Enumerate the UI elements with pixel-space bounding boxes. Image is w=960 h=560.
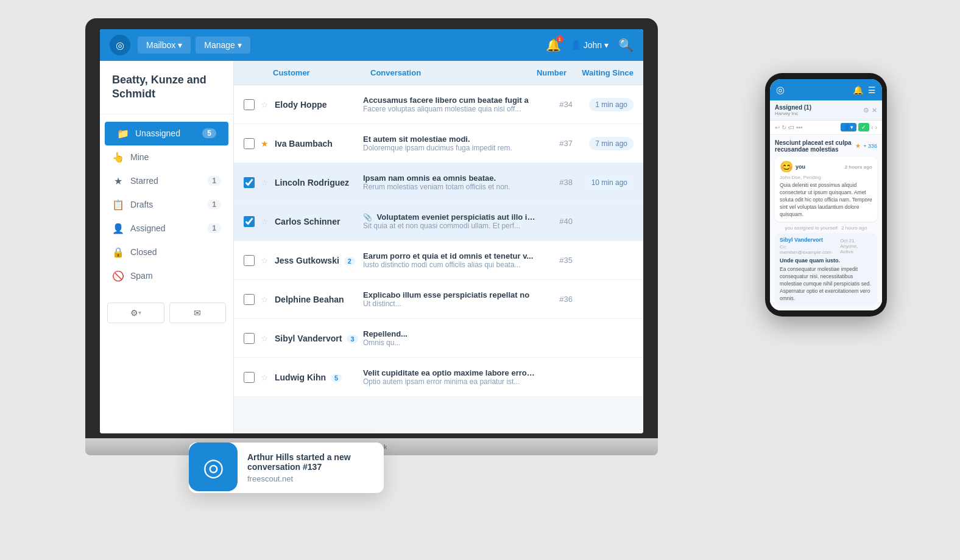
smiley-icon: 😊 (780, 160, 793, 173)
row-checkbox-8[interactable] (244, 372, 255, 383)
customer-name-5: Jess Gutkowski 2 (275, 256, 363, 265)
star-toggle-6[interactable]: ☆ (261, 295, 269, 304)
notif-logo: ◎ (189, 443, 238, 491)
phone-customer-header: Sibyl Vandervort Cc: member@example.com … (780, 237, 872, 255)
notif-logo-icon: ◎ (203, 453, 224, 481)
phone-customer-greeting: Unde quae quam iusto. (780, 257, 872, 264)
sidebar-item-spam[interactable]: 🚫 Spam (100, 264, 233, 288)
conv-wait-1: 1 min ago (573, 98, 634, 111)
phone-customer-name: Sibyl Vandervort (780, 237, 840, 243)
spam-icon: 🚫 (112, 270, 124, 282)
mine-icon: 👆 (112, 152, 124, 163)
phone-agent-message: 😊 you 2 hours ago John Doe, Pending Quia… (775, 156, 877, 222)
notification-bell[interactable]: 🔔 1 (546, 38, 561, 52)
mailbox-menu-button[interactable]: Mailbox ▾ (138, 37, 191, 54)
folder-icon: 📁 (117, 128, 129, 139)
column-header-number: Number (524, 68, 566, 77)
phone-customer-date: Oct 21 (840, 238, 872, 243)
customer-name-7: Sibyl Vandervort 3 (275, 334, 363, 343)
sidebar-item-drafts[interactable]: 📋 Drafts 1 (100, 193, 233, 217)
sidebar-footer: ⚙ ▾ ✉ (100, 293, 233, 323)
table-row[interactable]: ☆ Ludwig Kihn 5 Velit cupiditate ea opti… (234, 358, 643, 397)
sidebar-item-assigned[interactable]: 👤 Assigned 1 (100, 217, 233, 240)
table-row[interactable]: ☆ Sibyl Vandervort 3 Repellend... Omnis … (234, 319, 643, 358)
phone-star-toggle[interactable]: ★ (855, 142, 861, 149)
conversation-text-4: 📎 Voluptatem eveniet perspiciatis aut il… (363, 212, 536, 230)
phone-close-icon[interactable]: ✕ (872, 107, 877, 114)
starred-badge: 1 (207, 176, 221, 186)
user-menu[interactable]: 👤 John ▾ (571, 40, 609, 50)
star-toggle-4[interactable]: ☆ (261, 217, 269, 226)
phone-assign-button[interactable]: 👤▾ (841, 123, 856, 131)
phone-customer-email: Cc: member@example.com (780, 244, 840, 255)
phone-msg-header: Nesciunt placeat est culpa recusandae mo… (775, 139, 877, 153)
phone-logo-icon: ◎ (776, 84, 785, 96)
sidebar-item-mine[interactable]: 👆 Mine (100, 145, 233, 169)
table-row[interactable]: ☆ Jess Gutkowski 2 Earum porro et quia e… (234, 241, 643, 280)
row-checkbox-7[interactable] (244, 333, 255, 344)
phone-more-icon[interactable]: ••• (796, 124, 803, 131)
phone-agent-meta: John Doe, Pending (780, 175, 872, 180)
conversation-text-2: Et autem sit molestiae modi. Doloremque … (363, 135, 536, 152)
phone-menu-icon[interactable]: ☰ (868, 85, 876, 95)
row-checkbox-1[interactable] (244, 99, 255, 110)
star-toggle-2[interactable]: ★ (261, 139, 269, 149)
star-toggle-7[interactable]: ☆ (261, 334, 269, 343)
closed-icon: 🔒 (112, 247, 124, 258)
sidebar-label-mine: Mine (130, 152, 221, 162)
attachment-icon: 📎 (363, 213, 372, 222)
phone-conversation-view: Nesciunt placeat est culpa recusandae mo… (770, 135, 882, 310)
phone-refresh-icon[interactable]: ↻ (782, 124, 786, 131)
conversation-text-8: Velit cupiditate ea optio maxime labore … (363, 368, 536, 386)
star-toggle-1[interactable]: ☆ (261, 100, 269, 110)
column-header-customer: Customer (273, 68, 370, 77)
compose-button[interactable]: ✉ (169, 303, 227, 323)
row-checkbox-3[interactable] (244, 177, 255, 188)
phone-reply-icon[interactable]: ↩ (775, 124, 780, 131)
row-checkbox-2[interactable] (244, 138, 255, 149)
row-checkbox-4[interactable] (244, 216, 255, 227)
phone-settings-icon[interactable]: ⚙ (863, 107, 869, 114)
sidebar-item-unassigned[interactable]: 📁 Unassigned 5 (105, 122, 228, 145)
row-checkbox-6[interactable] (244, 294, 255, 305)
conversation-text-5: Earum porro et quia et id omnis et tenet… (363, 251, 536, 269)
phone-customer-audience: Anyone, Active (840, 243, 872, 254)
phone-nav-next[interactable]: › (875, 124, 877, 131)
sidebar-item-starred[interactable]: ★ Starred 1 (100, 169, 233, 193)
table-row[interactable]: ☆ Carlos Schinner 📎 Voluptatem eveniet p… (234, 202, 643, 241)
sidebar-item-closed[interactable]: 🔒 Closed (100, 240, 233, 264)
phone-bell-icon[interactable]: 🔔 (853, 85, 863, 95)
star-toggle-8[interactable]: ☆ (261, 373, 269, 382)
table-row[interactable]: ☆ Lincoln Rodriguez Ipsam nam omnis ea o… (234, 163, 643, 202)
star-toggle-5[interactable]: ☆ (261, 256, 269, 265)
table-row[interactable]: ★ Iva Baumbach Et autem sit molestiae mo… (234, 124, 643, 163)
star-toggle-3[interactable]: ☆ (261, 178, 269, 187)
conv-number-2: #37 (536, 139, 573, 148)
phone-status-button[interactable]: ✓ (858, 123, 869, 131)
customer-name-1: Elody Hoppe (275, 100, 363, 110)
sidebar-label-drafts: Drafts (130, 200, 201, 209)
notif-title: Arthur Hills started a new conversation … (247, 452, 374, 472)
phone-nav-prev[interactable]: ‹ (871, 124, 873, 131)
table-row[interactable]: ☆ Elody Hoppe Accusamus facere libero cu… (234, 85, 643, 124)
unassigned-badge: 5 (202, 128, 216, 138)
company-name: Beatty, Kunze and Schmidt (100, 73, 233, 114)
phone-tab-title: Assigned (1) (775, 104, 811, 111)
settings-button[interactable]: ⚙ ▾ (107, 303, 164, 323)
conv-wait-3: 10 min ago (573, 176, 634, 189)
manage-menu-button[interactable]: Manage ▾ (196, 37, 250, 54)
sidebar-label-spam: Spam (130, 271, 221, 281)
search-button[interactable]: 🔍 (618, 38, 634, 52)
logo-icon: ◎ (116, 40, 124, 51)
table-row[interactable]: ☆ Delphine Beahan Explicabo illum esse p… (234, 280, 643, 319)
app-logo: ◎ (110, 35, 130, 55)
sidebar-label-assigned: Assigned (130, 223, 201, 233)
phone-tag-icon[interactable]: 🏷 (788, 124, 794, 131)
conv-number-6: #36 (536, 295, 573, 304)
row-checkbox-5[interactable] (244, 255, 255, 266)
sidebar: Beatty, Kunze and Schmidt 📁 Unassigned 5… (100, 61, 234, 433)
assigned-icon: 👤 (112, 223, 124, 234)
conv-number-1: #34 (536, 100, 573, 109)
phone-agent-text: Quia deleniti est possimus aliquid conse… (780, 182, 872, 218)
compose-icon: ✉ (194, 308, 201, 318)
